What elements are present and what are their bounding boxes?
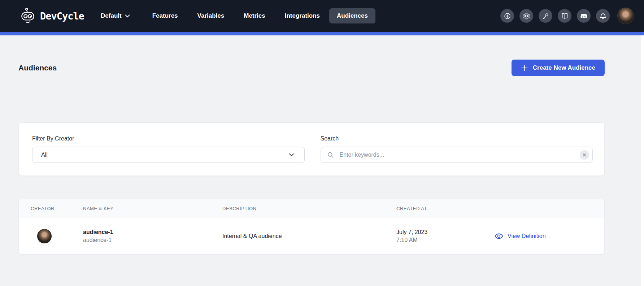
- audiences-table: CREATOR NAME & KEY DESCRIPTION CREATED A…: [18, 199, 605, 254]
- search-field-wrap: [321, 147, 593, 163]
- discord-button[interactable]: [577, 9, 591, 23]
- chevron-down-icon: [289, 153, 294, 156]
- api-keys-button[interactable]: [539, 9, 552, 23]
- gear-icon: [523, 12, 530, 20]
- add-new-button[interactable]: [500, 9, 514, 23]
- creator-filter-select[interactable]: All: [32, 147, 305, 163]
- scrollbar-track[interactable]: [641, 35, 644, 286]
- search-label: Search: [321, 135, 593, 142]
- bell-icon: [599, 12, 607, 20]
- creator-cell: [31, 229, 83, 243]
- book-icon: [561, 12, 569, 20]
- name-key-cell: audience-1 audience-1: [83, 229, 222, 243]
- nav-item-metrics[interactable]: Metrics: [244, 12, 265, 20]
- discord-icon: [580, 12, 588, 20]
- docs-button[interactable]: [558, 9, 571, 23]
- audience-key: audience-1: [83, 237, 222, 243]
- actions-cell: View Definition: [494, 231, 604, 241]
- header-created-at: CREATED AT: [396, 206, 494, 211]
- key-icon: [542, 12, 549, 20]
- filters-card: Filter By Creator All Search: [18, 122, 605, 176]
- chevron-down-icon: [125, 14, 130, 18]
- creator-filter-label: Filter By Creator: [32, 135, 305, 142]
- description-cell: Internal & QA audience: [222, 233, 396, 239]
- view-definition-label: View Definition: [508, 233, 546, 239]
- creator-avatar: [37, 229, 52, 243]
- clear-search-button[interactable]: [580, 150, 589, 160]
- plus-circle-icon: [504, 12, 511, 20]
- creator-filter-value: All: [41, 152, 48, 158]
- environment-accent-bar: [0, 32, 644, 35]
- search-icon: [327, 151, 334, 159]
- main-nav: Features Variables Metrics Integrations: [152, 12, 320, 20]
- project-selector[interactable]: Default: [101, 12, 130, 20]
- audience-description: Internal & QA audience: [222, 233, 396, 239]
- notifications-button[interactable]: [596, 9, 610, 23]
- eye-icon: [494, 231, 504, 241]
- plus-icon: [521, 64, 528, 72]
- main-content: Audiences Create New Audience Filter By …: [0, 60, 644, 254]
- brand-logo[interactable]: DevCycle: [20, 8, 84, 24]
- project-selector-label: Default: [101, 12, 122, 20]
- header-divider: [18, 87, 605, 87]
- nav-item-audiences-active[interactable]: Audiences: [329, 8, 375, 23]
- devcycle-robot-icon: [20, 8, 35, 24]
- page-header: Audiences Create New Audience: [18, 60, 605, 76]
- settings-button[interactable]: [519, 9, 533, 23]
- search-input[interactable]: [321, 147, 593, 163]
- creator-filter-group: Filter By Creator All: [32, 135, 305, 176]
- close-icon: [583, 153, 586, 157]
- created-date: July 7, 2023: [396, 229, 494, 235]
- nav-item-integrations[interactable]: Integrations: [285, 12, 320, 20]
- navbar-actions: [500, 8, 634, 24]
- page-title: Audiences: [18, 64, 57, 72]
- created-at-cell: July 7, 2023 7:10 AM: [396, 229, 494, 243]
- search-group: Search: [321, 135, 593, 176]
- header-name-key: NAME & KEY: [83, 206, 222, 211]
- audience-name: audience-1: [83, 229, 222, 235]
- table-row[interactable]: audience-1 audience-1 Internal & QA audi…: [19, 218, 604, 254]
- header-description: DESCRIPTION: [222, 206, 396, 211]
- nav-item-features[interactable]: Features: [152, 12, 178, 20]
- brand-wordmark: DevCycle: [40, 10, 84, 22]
- table-header-row: CREATOR NAME & KEY DESCRIPTION CREATED A…: [19, 199, 604, 218]
- user-avatar[interactable]: [617, 8, 634, 24]
- top-navbar: DevCycle Default Features Variables Metr…: [0, 0, 644, 32]
- create-new-audience-button[interactable]: Create New Audience: [512, 60, 605, 76]
- created-time: 7:10 AM: [396, 237, 494, 243]
- create-new-audience-label: Create New Audience: [533, 64, 595, 72]
- view-definition-link[interactable]: View Definition: [494, 231, 604, 241]
- nav-item-variables[interactable]: Variables: [197, 12, 225, 20]
- header-creator: CREATOR: [31, 206, 83, 211]
